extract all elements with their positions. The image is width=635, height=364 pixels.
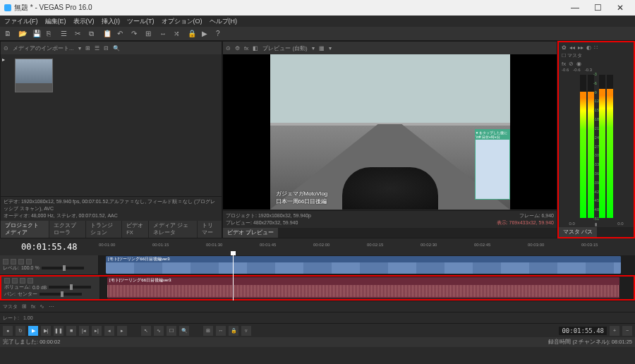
pan-value[interactable]: センター <box>18 291 37 298</box>
automation-icon[interactable]: ∿ <box>40 303 44 310</box>
lock-button[interactable]: 🔒 <box>229 326 238 336</box>
tab-video-preview[interactable]: ビデオ プレビュー <box>223 228 278 238</box>
split-icon[interactable]: ◧ <box>253 45 258 51</box>
solo-icon[interactable]: ◉ <box>576 61 581 67</box>
timeline-timecode[interactable]: 00:01:55.48 <box>0 242 99 252</box>
snap-icon[interactable]: ⊞ <box>145 30 154 38</box>
go-start-button[interactable]: |◂ <box>79 326 89 336</box>
menu-insert[interactable]: 挿入(I) <box>102 17 121 26</box>
properties-icon[interactable]: ☰ <box>61 30 69 38</box>
tab-trimmer[interactable]: トリマー <box>198 221 222 238</box>
track-fx-icon[interactable] <box>11 259 16 265</box>
bus-icon[interactable]: ⊞ <box>22 303 27 310</box>
maximize-button[interactable]: ☐ <box>587 1 608 15</box>
fx-icon[interactable]: fx <box>31 303 35 310</box>
insert-fx-icon[interactable]: fx <box>562 61 566 67</box>
select-tool-button[interactable]: ☐ <box>167 326 176 336</box>
media-bin[interactable]: ▸ <box>1 54 222 196</box>
audio-track-body[interactable]: [モト]ツーリング66日目後編ver3 <box>100 277 634 299</box>
snap-button[interactable]: ⊞ <box>203 326 213 336</box>
minimize-button[interactable]: — <box>564 1 586 15</box>
prev-frame-button[interactable]: ◂ <box>104 326 114 336</box>
zoom-out-button[interactable]: − <box>622 326 632 336</box>
tab-media-gen[interactable]: メディア ジェネレータ <box>149 221 197 238</box>
menu-file[interactable]: ファイル(F) <box>4 17 38 26</box>
snapshot-icon[interactable]: ▾ <box>329 45 332 51</box>
volume-value[interactable]: 0.0 dB <box>32 285 47 290</box>
tool-icon[interactable]: ▶ <box>202 30 210 38</box>
next-frame-button[interactable]: ▸ <box>117 326 127 336</box>
track-solo-icon[interactable] <box>26 259 32 265</box>
track-mute-icon[interactable] <box>18 259 24 265</box>
preview-settings-icon[interactable]: ⚙ <box>235 45 240 51</box>
timeline-ruler[interactable]: 00:01:55.48 00:01:00 00:01:15 00:01:30 0… <box>0 238 635 255</box>
media-clip-thumb[interactable] <box>15 59 53 92</box>
help-icon[interactable]: ? <box>216 30 224 38</box>
folder-icon[interactable]: ▸ <box>2 56 5 63</box>
playback-rate[interactable]: 1.00 <box>23 315 33 320</box>
audio-meters[interactable]: -3-6-9 -12-15-18 -21-24-27 -30-33-36 -39… <box>559 72 634 221</box>
overlay-icon[interactable]: ▦ <box>319 45 325 51</box>
media-tool-icon[interactable]: ☰ <box>95 45 99 51</box>
level-value[interactable]: 100.0 % <box>21 265 40 270</box>
playhead[interactable] <box>233 255 234 301</box>
render-icon[interactable]: ⎘ <box>47 30 55 38</box>
tab-project-media[interactable]: プロジェクト メディア <box>1 221 49 238</box>
undo-icon[interactable]: ↶ <box>117 30 126 38</box>
play-from-start-button[interactable]: ▶| <box>41 326 51 336</box>
menu-tools[interactable]: ツール(T) <box>127 17 155 26</box>
track-number-icon[interactable] <box>4 278 10 284</box>
track-mute-icon[interactable] <box>20 278 25 284</box>
menu-icon[interactable]: ∷ <box>594 44 598 51</box>
prev-icon[interactable]: ◂◂ <box>569 44 575 51</box>
menu-view[interactable]: 表示(V) <box>73 17 95 26</box>
envelope-tool-button[interactable]: ∿ <box>154 326 164 336</box>
more-icon[interactable]: ⋯ <box>49 303 54 310</box>
chevron-down-icon[interactable]: ▾ <box>312 45 315 51</box>
menu-options[interactable]: オプション(O) <box>162 17 202 26</box>
lock-icon[interactable]: 🔒 <box>188 30 196 38</box>
import-dropdown[interactable]: メディアのインポート... <box>13 44 74 52</box>
zoom-tool-button[interactable]: 🔍 <box>179 326 189 336</box>
auto-ripple-button[interactable]: ↔ <box>216 326 226 336</box>
level-fader[interactable] <box>42 267 84 269</box>
loop-button[interactable]: ↻ <box>16 326 25 336</box>
search-icon[interactable]: 🔍 <box>113 45 120 51</box>
zoom-in-button[interactable]: + <box>610 326 619 336</box>
paste-icon[interactable]: 📋 <box>103 30 111 38</box>
video-clip[interactable]: [モト]ツーリング66日目後編ver3 <box>106 256 621 274</box>
tab-video-fx[interactable]: ビデオ FX <box>122 221 147 238</box>
dim-icon[interactable]: ◐ <box>586 44 591 51</box>
audio-clip[interactable]: [モト]ツーリング66日目後編ver3 <box>107 277 619 298</box>
pin-icon[interactable]: ⊙ <box>226 45 231 51</box>
go-end-button[interactable]: ▸| <box>92 326 102 336</box>
close-button[interactable]: ✕ <box>610 1 631 15</box>
track-solo-icon[interactable] <box>28 278 33 284</box>
pin-icon[interactable]: ⊙ <box>4 45 8 51</box>
save-icon[interactable]: 💾 <box>32 30 41 38</box>
next-icon[interactable]: ▸▸ <box>578 44 583 51</box>
track-icon[interactable]: ☐ <box>562 53 566 58</box>
transport-timecode[interactable]: 00:01:55.48 <box>559 327 607 335</box>
copy-icon[interactable]: ⧉ <box>89 30 97 38</box>
pan-fader[interactable] <box>40 293 82 296</box>
volume-fader[interactable] <box>49 286 91 289</box>
tab-transitions[interactable]: トランジション <box>86 221 121 238</box>
media-tool-icon[interactable]: ⊟ <box>104 45 109 51</box>
video-track-body[interactable]: [モト]ツーリング66日目後編ver3 <box>99 255 635 274</box>
autocross-icon[interactable]: ⤭ <box>174 30 182 38</box>
fader-icon[interactable]: ▮ <box>595 222 597 226</box>
marker-button[interactable]: ▿ <box>241 326 251 336</box>
menu-edit[interactable]: 編集(E) <box>45 17 66 26</box>
cut-icon[interactable]: ✂ <box>75 30 83 38</box>
mute-icon[interactable]: ⊘ <box>569 61 574 67</box>
menu-help[interactable]: ヘルプ(H) <box>210 17 238 26</box>
track-fx-icon[interactable] <box>12 278 18 284</box>
play-button[interactable]: ▶ <box>28 326 38 336</box>
tab-master-bus[interactable]: マスタ バス <box>559 227 597 237</box>
tab-explorer[interactable]: エクスプローラ <box>49 221 85 238</box>
open-icon[interactable]: 📂 <box>18 30 27 38</box>
pause-button[interactable]: ❚❚ <box>54 326 64 336</box>
chevron-down-icon[interactable]: ▾ <box>78 45 81 51</box>
new-icon[interactable]: 🗎 <box>4 30 13 38</box>
